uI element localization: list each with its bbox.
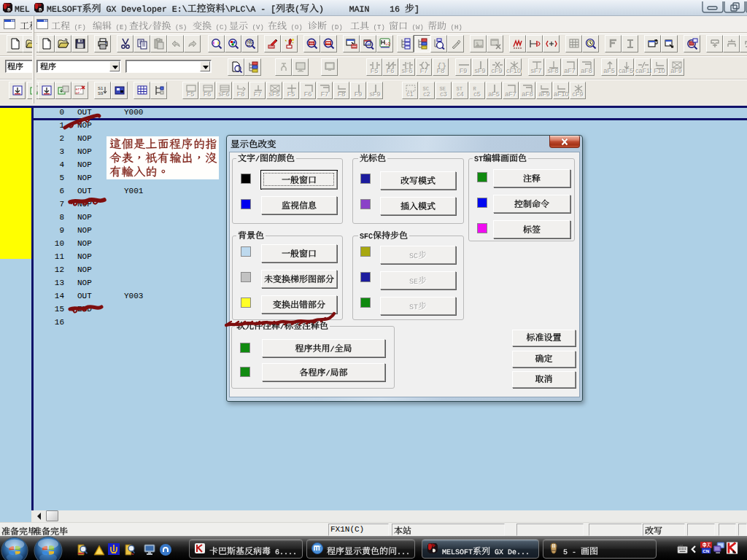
svg-text:CN: CN xyxy=(703,548,709,553)
